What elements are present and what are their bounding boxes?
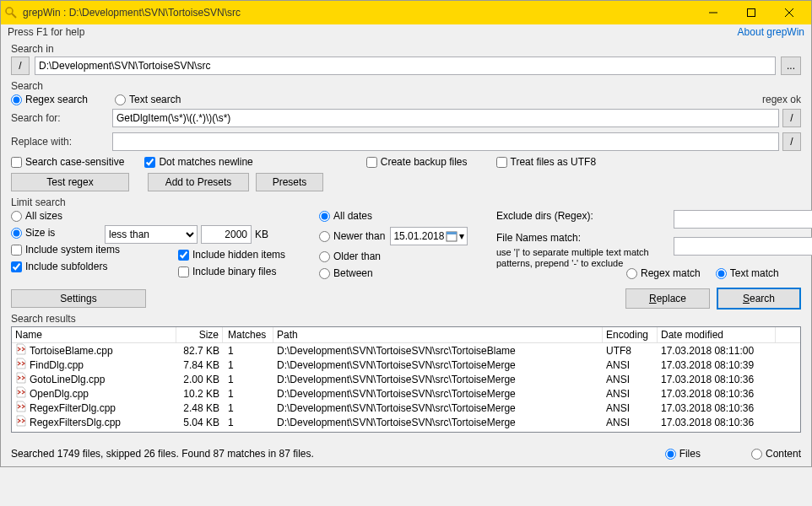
cpp-file-icon bbox=[15, 415, 27, 429]
file-names-match-label: File Names match: bbox=[496, 232, 665, 244]
cpp-file-icon bbox=[15, 343, 27, 358]
help-text: Press F1 for help bbox=[8, 26, 84, 38]
size-is-radio[interactable]: Size is bbox=[11, 227, 55, 239]
svg-point-0 bbox=[6, 8, 13, 14]
search-for-slash-button[interactable]: / bbox=[782, 109, 801, 127]
exclude-dirs-input[interactable] bbox=[674, 210, 812, 229]
cpp-file-icon bbox=[15, 372, 27, 386]
size-value-input[interactable] bbox=[201, 225, 252, 244]
th-size[interactable]: Size bbox=[176, 327, 223, 342]
th-matches[interactable]: Matches bbox=[223, 327, 273, 342]
window-controls bbox=[694, 1, 808, 24]
exclude-dirs-label: Exclude dirs (Regex): bbox=[496, 210, 665, 222]
window-title: grepWin : D:\Development\SVN\TortoiseSVN… bbox=[23, 7, 694, 19]
replace-with-label: Replace with: bbox=[11, 136, 112, 148]
settings-button[interactable]: Settings bbox=[11, 289, 146, 308]
table-header: Name Size Matches Path Encoding Date mod… bbox=[12, 327, 800, 343]
cpp-file-icon bbox=[15, 358, 27, 372]
search-button[interactable]: Search bbox=[717, 288, 801, 310]
files-view-radio[interactable]: Files bbox=[665, 448, 701, 460]
statusbar: Searched 1749 files, skipped 26 files. F… bbox=[1, 444, 811, 466]
th-date[interactable]: Date modified bbox=[658, 327, 776, 342]
results-table: Name Size Matches Path Encoding Date mod… bbox=[11, 326, 801, 433]
titlebar: grepWin : D:\Development\SVN\TortoiseSVN… bbox=[1, 1, 811, 24]
table-row[interactable]: OpenDlg.cpp10.2 KB1D:\Development\SVN\To… bbox=[12, 386, 800, 401]
th-encoding[interactable]: Encoding bbox=[603, 327, 658, 342]
search-for-label: Search for: bbox=[11, 112, 112, 124]
search-in-label: Search in bbox=[11, 43, 801, 55]
table-row[interactable]: TortoiseBlame.cpp82.7 KB1D:\Development\… bbox=[12, 343, 800, 358]
search-in-slash-button[interactable]: / bbox=[11, 57, 30, 75]
table-row[interactable]: FindDlg.cpp7.84 KB1D:\Development\SVN\To… bbox=[12, 358, 800, 372]
topbar: Press F1 for help About grepWin bbox=[1, 24, 811, 40]
newer-than-radio[interactable]: Newer than bbox=[319, 230, 385, 242]
case-sensitive-checkbox[interactable]: Search case-sensitive bbox=[11, 156, 124, 168]
cpp-file-icon bbox=[15, 401, 27, 415]
older-than-radio[interactable]: Older than bbox=[319, 250, 488, 262]
minimize-button[interactable] bbox=[694, 1, 732, 24]
replace-with-slash-button[interactable]: / bbox=[782, 132, 801, 151]
search-section-label: Search bbox=[11, 80, 801, 92]
th-path[interactable]: Path bbox=[273, 327, 603, 342]
text-match-radio[interactable]: Text match bbox=[716, 267, 779, 279]
search-section: Search Regex search Text search regex ok… bbox=[11, 80, 801, 191]
table-row[interactable]: GotoLineDlg.cpp2.00 KB1D:\Development\SV… bbox=[12, 372, 800, 386]
regex-search-radio[interactable]: Regex search bbox=[11, 94, 88, 105]
content-view-radio[interactable]: Content bbox=[751, 448, 801, 460]
between-radio[interactable]: Between bbox=[319, 267, 488, 279]
include-hidden-checkbox[interactable]: Include hidden items bbox=[178, 249, 311, 261]
limit-search-label: Limit search bbox=[11, 196, 801, 208]
size-op-select[interactable]: less than bbox=[105, 225, 198, 244]
file-names-input[interactable] bbox=[674, 237, 812, 256]
search-in-input[interactable] bbox=[35, 57, 776, 75]
results-label: Search results bbox=[11, 313, 801, 325]
size-unit-label: KB bbox=[255, 229, 268, 240]
app-icon bbox=[4, 6, 18, 19]
chevron-down-icon: ▾ bbox=[459, 230, 464, 242]
include-binary-checkbox[interactable]: Include binary files bbox=[178, 266, 311, 277]
table-row[interactable]: RegexFilterDlg.cpp2.48 KB1D:\Development… bbox=[12, 401, 800, 415]
text-search-radio[interactable]: Text search bbox=[115, 94, 181, 105]
table-body[interactable]: TortoiseBlame.cpp82.7 KB1D:\Development\… bbox=[12, 343, 800, 431]
replace-button[interactable]: Replace bbox=[625, 288, 710, 309]
include-subfolders-checkbox[interactable]: Include subfolders bbox=[11, 261, 171, 272]
svg-line-1 bbox=[12, 13, 16, 18]
all-sizes-radio[interactable]: All sizes bbox=[11, 210, 171, 222]
presets-button[interactable]: Presets bbox=[256, 173, 323, 191]
test-regex-button[interactable]: Test regex bbox=[11, 173, 129, 191]
regex-match-radio[interactable]: Regex match bbox=[626, 267, 701, 279]
all-dates-radio[interactable]: All dates bbox=[319, 210, 488, 222]
treat-utf8-checkbox[interactable]: Treat files as UTF8 bbox=[496, 156, 597, 168]
th-name[interactable]: Name bbox=[12, 327, 176, 342]
svg-rect-7 bbox=[447, 232, 457, 234]
regex-ok-label: regex ok bbox=[762, 94, 801, 105]
add-to-presets-button[interactable]: Add to Presets bbox=[148, 173, 249, 191]
search-for-input[interactable] bbox=[112, 109, 779, 127]
status-text: Searched 1749 files, skipped 26 files. F… bbox=[11, 448, 665, 460]
file-names-hint: use '|' to separate multiple text match … bbox=[496, 247, 665, 269]
table-row[interactable]: RegexFiltersDlg.cpp5.04 KB1D:\Developmen… bbox=[12, 415, 800, 429]
close-button[interactable] bbox=[770, 1, 808, 24]
svg-rect-3 bbox=[747, 9, 755, 17]
create-backup-checkbox[interactable]: Create backup files bbox=[366, 156, 468, 168]
limit-section: Limit search All sizes Size is Include s… bbox=[11, 196, 801, 279]
cpp-file-icon bbox=[15, 386, 27, 401]
search-in-section: Search in / ... bbox=[11, 43, 801, 75]
maximize-button[interactable] bbox=[732, 1, 770, 24]
results-section: Search results Name Size Matches Path En… bbox=[11, 313, 801, 433]
replace-with-input[interactable] bbox=[112, 132, 779, 151]
include-system-checkbox[interactable]: Include system items bbox=[11, 244, 171, 256]
date-picker[interactable]: 15.01.2018 ▾ bbox=[390, 227, 468, 245]
search-in-browse-button[interactable]: ... bbox=[781, 57, 801, 75]
calendar-icon bbox=[446, 230, 457, 242]
about-link[interactable]: About grepWin bbox=[738, 26, 804, 38]
dot-matches-newline-checkbox[interactable]: Dot matches newline bbox=[144, 156, 252, 168]
